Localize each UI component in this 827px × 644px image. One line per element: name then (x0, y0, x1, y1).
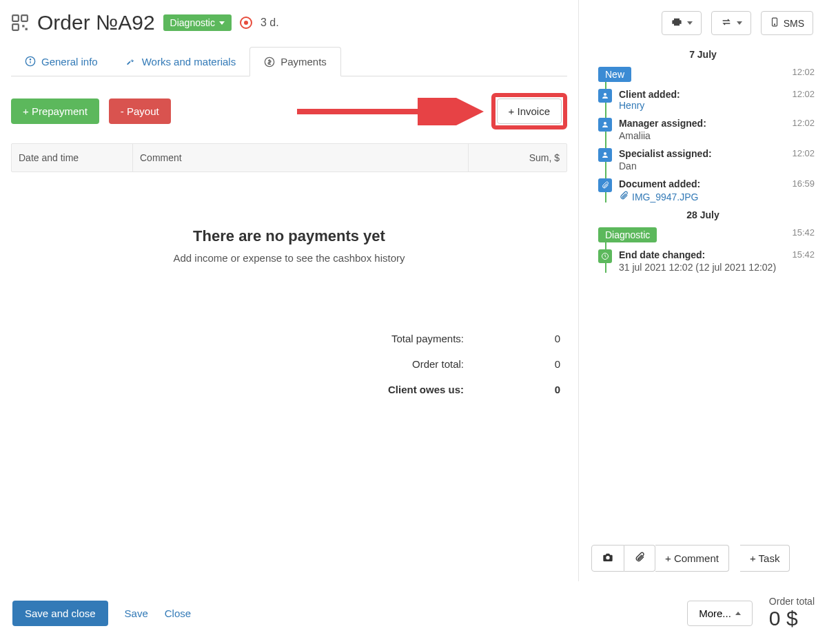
camera-icon (602, 552, 614, 565)
manager-name: Amaliia (619, 130, 792, 141)
tab-payments-label: Payments (280, 56, 327, 67)
client-added-link[interactable]: Henry (619, 100, 792, 111)
svg-point-12 (604, 93, 606, 96)
sms-label: SMS (784, 18, 804, 29)
end-date-label: End date changed: (619, 249, 792, 260)
printer-icon (671, 17, 683, 30)
save-button[interactable]: Save (125, 607, 148, 619)
time-document: 16:59 (792, 178, 815, 189)
svg-rect-0 (12, 15, 19, 21)
time-diagnostic: 15:42 (792, 227, 815, 238)
duration-label: 3 d. (261, 17, 279, 29)
order-total-label: Order total: (326, 358, 464, 370)
person-icon (598, 89, 612, 103)
payout-button[interactable]: - Payout (109, 98, 171, 124)
person-icon (598, 118, 612, 132)
svg-rect-3 (22, 25, 24, 27)
svg-point-13 (604, 122, 606, 125)
svg-point-16 (606, 556, 609, 559)
tab-works-materials[interactable]: Works and materials (112, 47, 249, 76)
total-payments-label: Total payments: (326, 333, 464, 344)
invoice-highlight: + Invoice (491, 93, 567, 129)
close-button[interactable]: Close (165, 607, 191, 619)
svg-rect-4 (25, 28, 28, 30)
tab-works-materials-label: Works and materials (142, 56, 236, 67)
arrow-annotation (294, 98, 487, 125)
more-label: More... (699, 607, 731, 619)
paperclip-icon (619, 191, 629, 202)
time-end-date: 15:42 (792, 249, 815, 260)
transfer-dropdown[interactable] (711, 11, 751, 35)
transfer-icon (720, 17, 733, 30)
order-total-value: 0 (540, 358, 560, 370)
save-and-close-button[interactable]: Save and close (12, 601, 108, 626)
specialist-name: Dan (619, 160, 792, 172)
empty-subtitle: Add income or expense to see the cashbox… (11, 252, 567, 264)
clock-icon (598, 249, 612, 263)
time-manager: 12:02 (792, 118, 815, 128)
footer-order-total-label: Order total (769, 596, 815, 607)
badge-diagnostic: Diagnostic (598, 227, 657, 242)
attachment-icon (598, 178, 612, 192)
qr-icon[interactable] (11, 14, 29, 32)
svg-point-7 (30, 59, 30, 60)
col-comment: Comment (133, 144, 469, 172)
total-payments-value: 0 (540, 333, 560, 344)
print-dropdown[interactable] (662, 11, 702, 35)
sms-button[interactable]: SMS (761, 11, 813, 35)
paperclip-icon (634, 552, 645, 565)
target-icon (240, 17, 252, 29)
tab-general-info[interactable]: General info (11, 47, 112, 76)
chevron-up-icon (735, 612, 741, 615)
specialist-label: Specialist assigned: (619, 148, 792, 159)
invoice-button[interactable]: + Invoice (497, 98, 562, 124)
col-date: Date and time (12, 144, 133, 172)
badge-new: New (598, 67, 631, 82)
end-date-text: 31 jul 2021 12:02 (12 jul 2021 12:02) (619, 262, 792, 273)
tab-payments[interactable]: Payments (249, 47, 341, 76)
wrench-icon (125, 56, 136, 67)
add-task-button[interactable]: + Task (740, 545, 790, 572)
info-icon (25, 56, 36, 67)
svg-point-14 (604, 152, 606, 155)
svg-rect-2 (12, 24, 19, 30)
client-added-label: Client added: (619, 89, 792, 100)
empty-state: There are no payments yet Add income or … (11, 227, 567, 264)
order-title: Order №A92 (37, 11, 155, 34)
time-specialist: 12:02 (792, 148, 815, 158)
timeline-date-1: 7 July (591, 49, 815, 60)
time-client: 12:02 (792, 89, 815, 99)
mobile-icon (770, 17, 779, 30)
client-owes-label: Client owes us: (326, 384, 464, 395)
payments-table-header: Date and time Comment Sum, $ (11, 143, 567, 172)
camera-button[interactable] (591, 545, 624, 572)
person-icon (598, 148, 612, 162)
status-badge[interactable]: Diagnostic (163, 14, 232, 31)
time-new: 12:02 (792, 67, 815, 77)
more-dropdown[interactable]: More... (687, 601, 753, 626)
chevron-down-icon (687, 21, 693, 25)
col-sum: Sum, $ (469, 144, 566, 172)
add-comment-button[interactable]: + Comment (655, 545, 729, 572)
attach-button[interactable] (624, 545, 655, 572)
manager-label: Manager assigned: (619, 118, 792, 129)
dollar-icon (264, 56, 275, 67)
footer-order-total-value: 0 $ (769, 607, 815, 630)
svg-rect-1 (21, 15, 28, 21)
client-owes-value: 0 (540, 384, 560, 395)
empty-title: There are no payments yet (11, 227, 567, 245)
document-label: Document added: (619, 178, 792, 189)
tab-general-info-label: General info (41, 56, 98, 67)
chevron-down-icon (737, 21, 742, 25)
document-link[interactable]: IMG_9947.JPG (632, 191, 699, 202)
svg-point-11 (774, 24, 775, 25)
prepayment-button[interactable]: + Prepayment (11, 98, 99, 124)
timeline-date-2: 28 July (591, 209, 815, 220)
